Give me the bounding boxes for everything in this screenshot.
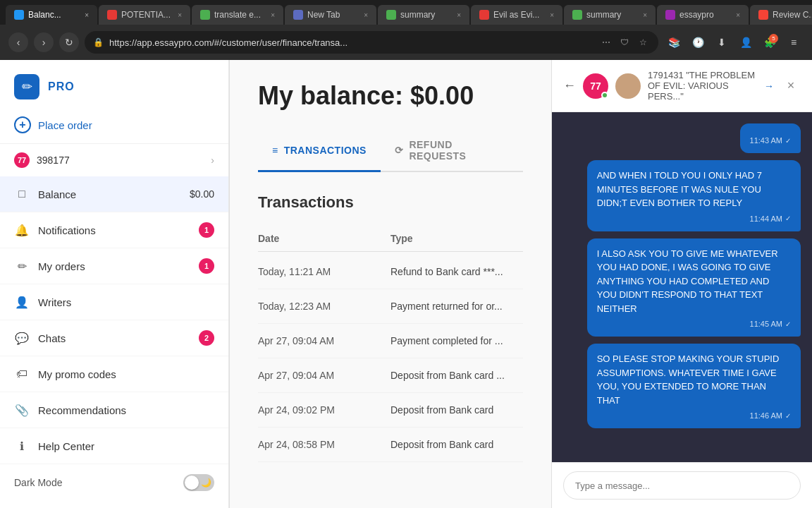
place-order-icon: + — [14, 116, 31, 133]
tab-bar: Balanc... × POTENTIA... × translate e...… — [0, 0, 812, 25]
row-date-2: Apr 27, 09:04 AM — [258, 335, 390, 346]
tab-close-newtab[interactable]: × — [364, 11, 368, 19]
col-type: Type — [390, 233, 523, 244]
msg-text-1: AND WHEN I TOLD YOU I ONLY HAD 7 MINUTES… — [597, 169, 791, 210]
table-row[interactable]: Today, 12:23 AM Payment returned for or.… — [258, 289, 523, 324]
address-bar[interactable]: 🔒 https://app.essaypro.com/#/customer/us… — [85, 31, 658, 54]
balance-icon: □ — [14, 186, 30, 202]
tab-label-review: Review C... — [773, 10, 812, 20]
downloads-icon[interactable]: ⬇ — [712, 32, 732, 52]
star-icon[interactable]: ☆ — [636, 35, 650, 49]
recommendations-icon: 📎 — [14, 402, 30, 418]
page-title: My balance: $0.00 — [258, 81, 523, 111]
main-content: My balance: $0.00 ≡ TRANSACTIONS ⟳ REFUN… — [230, 60, 551, 508]
sidebar-item-balance[interactable]: □ Balance $0.00 — [0, 176, 228, 212]
tab-essaypro[interactable]: essaypro × — [657, 5, 749, 25]
tab-close-potential[interactable]: × — [178, 11, 182, 19]
chat-close-button[interactable]: × — [781, 76, 801, 96]
shield-icon[interactable]: 🛡 — [617, 35, 632, 49]
row-type-3: Deposit from Bank card ... — [390, 370, 523, 381]
history-icon[interactable]: 🕐 — [688, 32, 708, 52]
tab-close-summary1[interactable]: × — [457, 11, 461, 19]
tab-close-summary2[interactable]: × — [643, 11, 647, 19]
chat-header: ← 77 1791431 "THE PROBLEM OF EVIL: VARIO… — [552, 60, 812, 112]
chat-message-3: SO PLEASE STOP MAKING YOUR STUPID ASSUMP… — [587, 344, 801, 428]
tab-refund[interactable]: ⟳ REFUND REQUESTS — [381, 131, 523, 172]
user-badge: 77 — [14, 152, 30, 168]
table-row[interactable]: Today, 11:21 AM Refund to Bank card ***.… — [258, 255, 523, 289]
sidebar-item-writers[interactable]: 👤 Writers — [0, 284, 228, 320]
chat-input-area — [552, 462, 812, 508]
bookmarks-icon[interactable]: 📚 — [664, 32, 684, 52]
chat-message-1: AND WHEN I TOLD YOU I ONLY HAD 7 MINUTES… — [587, 160, 801, 231]
table-row[interactable]: Apr 24, 09:02 PM Deposit from Bank card — [258, 393, 523, 428]
back-button[interactable]: ‹ — [8, 32, 28, 52]
tab-evil[interactable]: Evil as Evi... × — [471, 5, 562, 25]
chat-writer-avatar — [615, 73, 641, 99]
forward-button[interactable]: › — [34, 32, 54, 52]
reload-button[interactable]: ↻ — [59, 32, 79, 52]
nav-label-orders: My orders — [38, 260, 190, 272]
user-id: 398177 — [37, 155, 204, 166]
browser-toolbar: 📚 🕐 ⬇ 👤 🧩5 ≡ — [664, 32, 804, 52]
menu-icon[interactable]: ≡ — [784, 32, 804, 52]
orders-badge: 1 — [199, 258, 214, 274]
sync-icon[interactable]: 👤 — [736, 32, 756, 52]
tab-close-essaypro[interactable]: × — [736, 11, 740, 19]
dark-mode-toggle[interactable]: 🌙 — [183, 474, 214, 491]
msg-time-0: 11:43 AM — [750, 136, 782, 145]
tab-favicon-translate — [200, 10, 210, 20]
dark-mode-label: Dark Mode — [14, 477, 175, 488]
dark-mode-row: Dark Mode 🌙 — [0, 464, 228, 501]
online-indicator — [601, 92, 608, 99]
tab-potential[interactable]: POTENTIA... × — [99, 5, 190, 25]
extensions-icon[interactable]: 🧩5 — [760, 32, 780, 52]
tab-label-translate: translate e... — [214, 10, 266, 20]
address-bar-row: ‹ › ↻ 🔒 https://app.essaypro.com/#/custo… — [0, 25, 812, 60]
bookmark-icon[interactable]: ⋯ — [599, 35, 613, 49]
tab-close-evil[interactable]: × — [550, 11, 554, 19]
chat-message-0: 11:43 AM ✓ — [740, 123, 801, 153]
msg-text-2: I ALSO ASK YOU TO GIVE ME WHATEVER YOU H… — [597, 247, 791, 316]
msg-check-0: ✓ — [785, 137, 791, 145]
nav-label-recommendations: Recommendations — [38, 404, 214, 416]
tab-label-summary1: summary — [400, 10, 453, 20]
msg-text-3: SO PLEASE STOP MAKING YOUR STUPID ASSUMP… — [597, 352, 791, 407]
sidebar-header: ✏ PRO — [0, 60, 228, 107]
sidebar-user[interactable]: 77 398177 › — [0, 144, 228, 176]
chat-order-arrow-icon: → — [764, 80, 774, 92]
sidebar-item-promo[interactable]: 🏷 My promo codes — [0, 356, 228, 392]
place-order-button[interactable]: + Place order — [0, 107, 228, 144]
msg-meta-2: 11:45 AM ✓ — [597, 320, 791, 328]
tab-review[interactable]: Review C... × — [750, 5, 812, 25]
toggle-knob — [185, 476, 199, 490]
transactions-tab-label: TRANSACTIONS — [284, 145, 367, 156]
orders-icon: ✏ — [14, 258, 30, 274]
chat-panel: ← 77 1791431 "THE PROBLEM OF EVIL: VARIO… — [551, 60, 812, 508]
main-layout: ✏ PRO + Place order 77 398177 › □ Balanc… — [0, 60, 812, 508]
sidebar-item-orders[interactable]: ✏ My orders 1 — [0, 248, 228, 284]
sidebar-item-notifications[interactable]: 🔔 Notifications 1 — [0, 212, 228, 248]
table-row[interactable]: Apr 27, 09:04 AM Deposit from Bank card … — [258, 358, 523, 393]
sidebar-item-recommendations[interactable]: 📎 Recommendations — [0, 392, 228, 428]
row-date-4: Apr 24, 09:02 PM — [258, 404, 390, 416]
tab-close-balance[interactable]: × — [85, 11, 89, 19]
chat-back-button[interactable]: ← — [563, 78, 576, 93]
chat-user-avatar: 77 — [583, 73, 608, 99]
tab-summary1[interactable]: summary × — [378, 5, 469, 25]
chat-input[interactable] — [563, 471, 801, 500]
tab-translate[interactable]: translate e... × — [192, 5, 283, 25]
table-row[interactable]: Apr 24, 08:58 PM Deposit from Bank card — [258, 428, 523, 462]
sidebar-item-chats[interactable]: 💬 Chats 2 — [0, 320, 228, 356]
tab-close-translate[interactable]: × — [271, 11, 275, 19]
sidebar-item-help[interactable]: ℹ Help Center — [0, 428, 228, 464]
chat-order-info: 1791431 "THE PROBLEM OF EVIL: VARIOUS PE… — [648, 70, 774, 102]
tab-summary2[interactable]: summary × — [564, 5, 656, 25]
table-row[interactable]: Apr 27, 09:04 AM Payment completed for .… — [258, 324, 523, 358]
sidebar-brand: PRO — [48, 80, 75, 93]
tab-transactions[interactable]: ≡ TRANSACTIONS — [258, 131, 381, 172]
tab-balance[interactable]: Balanc... × — [6, 5, 97, 25]
tab-newtab[interactable]: New Tab × — [285, 5, 376, 25]
row-type-1: Payment returned for or... — [390, 301, 523, 312]
row-type-0: Refund to Bank card ***... — [390, 266, 523, 277]
